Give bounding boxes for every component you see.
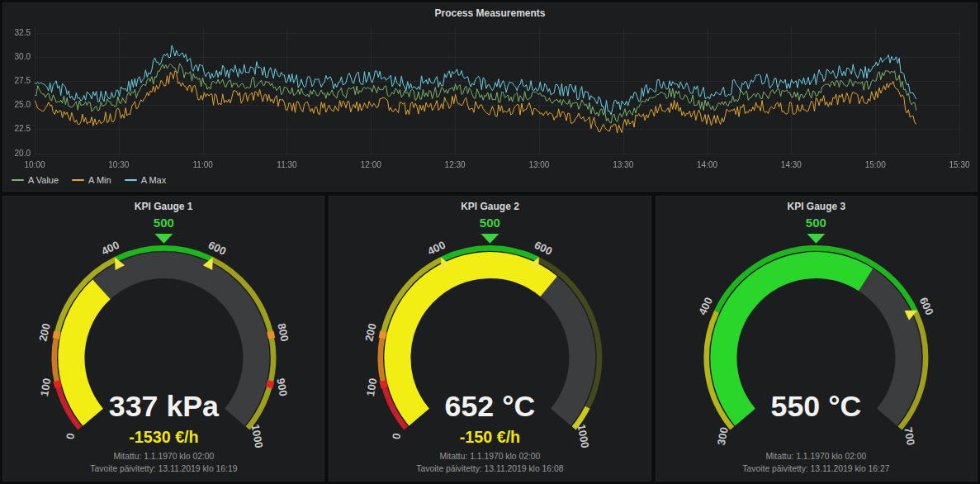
gauge-value-text: 652 °C	[445, 390, 536, 423]
legend-label-a-max: A Max	[141, 175, 167, 185]
gauge-value-text: 550 °C	[771, 390, 862, 423]
gauge-tick-label: 800	[275, 322, 291, 343]
panel-kpi-gauge-2: KPI Gauge 2 01002004006001000500652 °C-1…	[329, 196, 651, 482]
gauge-threshold-ring-segment	[54, 335, 57, 385]
gauge-value-text: 337 kPa	[109, 390, 220, 423]
legend-swatch-a-min	[72, 179, 84, 181]
gauge-2-title[interactable]: KPI Gauge 2	[333, 199, 646, 214]
gauge-tick-label: 100	[364, 377, 380, 397]
gauge-tick-label: 600	[533, 239, 554, 258]
dashboard: Process Measurements A Value A Min A Max…	[0, 0, 980, 484]
gauge-target-marker	[807, 234, 826, 244]
gauge-tick-label: 300	[715, 426, 731, 446]
gauge-measured-text: Mitattu: 1.1.1970 klo 02:00	[440, 452, 541, 461]
legend-item-a-value[interactable]: A Value	[12, 175, 59, 185]
legend-item-a-max[interactable]: A Max	[125, 175, 167, 185]
gauge-3[interactable]: 300400600700500550 °CMitattu: 1.1.1970 k…	[676, 214, 956, 478]
legend-swatch-a-max	[125, 179, 137, 181]
gauge-updated-text: Tavoite päivitetty: 13.11.2019 klo 16:08	[416, 464, 563, 473]
gauge-tick-label: 1000	[249, 423, 265, 448]
gauge-2[interactable]: 01002004006001000500652 °C-150 €/hMitatt…	[350, 214, 630, 478]
gauge-updated-text: Tavoite päivitetty: 13.11.2019 klo 16:19	[90, 464, 237, 473]
gauge-row: KPI Gauge 1 0100200400600800900100050033…	[2, 196, 978, 482]
legend-label-a-value: A Value	[28, 175, 59, 185]
gauge-tick-label: 0	[64, 432, 77, 440]
gauge-threshold-marker-square	[52, 331, 60, 339]
gauge-rate-text: -150 €/h	[460, 428, 521, 446]
gauge-tick-label: 200	[362, 322, 378, 343]
gauge-threshold-ring-segment	[381, 335, 384, 385]
panel-kpi-gauge-1: KPI Gauge 1 0100200400600800900100050033…	[2, 196, 324, 482]
gauge-tick-label: 200	[36, 322, 52, 343]
gauge-target-label: 500	[154, 216, 174, 230]
gauge-measured-text: Mitattu: 1.1.1970 klo 02:00	[766, 452, 867, 461]
process-chart-canvas[interactable]	[7, 21, 974, 173]
panel-kpi-gauge-3: KPI Gauge 3 300400600700500550 °CMitattu…	[656, 196, 978, 482]
gauge-arc-value-fill	[71, 289, 102, 417]
legend-swatch-a-value	[12, 179, 24, 181]
panel-process-measurements: Process Measurements A Value A Min A Max	[2, 2, 978, 192]
gauge-updated-text: Tavoite päivitetty: 13.11.2019 klo 16:27	[743, 464, 890, 473]
gauge-1-title[interactable]: KPI Gauge 1	[7, 199, 320, 214]
gauge-target-label: 500	[480, 216, 500, 230]
gauge-tick-label: 600	[917, 296, 936, 317]
gauge-threshold-marker-square	[379, 331, 387, 339]
chart-panel-title[interactable]: Process Measurements	[7, 6, 973, 21]
legend-label-a-min: A Min	[88, 175, 111, 185]
chart-legend: A Value A Min A Max	[12, 173, 973, 187]
gauge-tick-label: 400	[426, 239, 447, 258]
gauge-target-marker	[481, 234, 499, 244]
gauge-tick-label: 0	[390, 432, 403, 440]
gauge-target-marker	[154, 234, 173, 244]
gauge-tick-label: 600	[206, 239, 228, 258]
gauge-tick-label: 1000	[575, 423, 592, 448]
gauge-tick-label: 400	[697, 296, 716, 317]
gauge-tick-label: 700	[902, 426, 918, 446]
gauge-1[interactable]: 01002004006008009001000500337 kPa-1530 €…	[24, 214, 304, 478]
gauge-tick-label: 100	[38, 377, 54, 397]
gauge-rate-text: -1530 €/h	[129, 428, 199, 446]
gauge-threshold-marker-square	[267, 331, 275, 339]
legend-item-a-min[interactable]: A Min	[72, 175, 111, 185]
gauge-measured-text: Mitattu: 1.1.1970 klo 02:00	[113, 452, 214, 461]
gauge-target-label: 500	[806, 216, 826, 230]
gauge-tick-label: 900	[274, 377, 290, 397]
gauge-tick-label: 400	[99, 239, 121, 258]
gauge-3-title[interactable]: KPI Gauge 3	[660, 199, 973, 214]
